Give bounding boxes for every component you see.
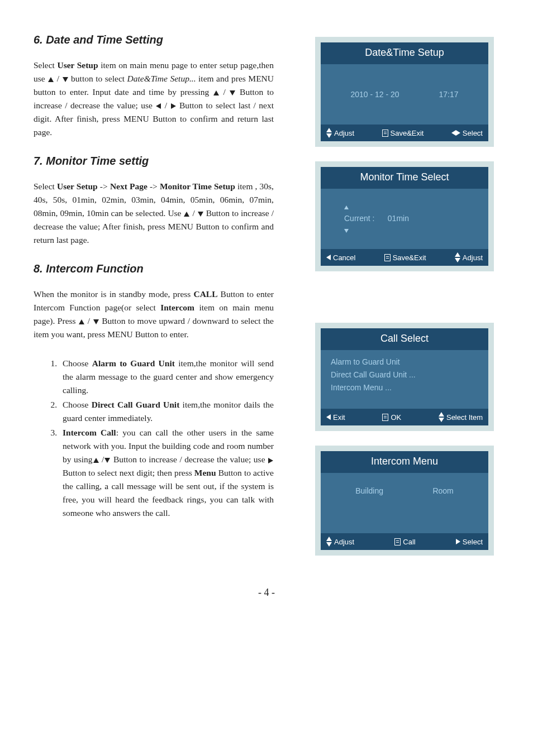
down-arrow-icon	[230, 90, 235, 95]
heading-7: 7. Monitor Time settig	[34, 155, 274, 168]
col-building: Building	[355, 485, 383, 521]
left-arrow-icon	[326, 414, 331, 420]
footer-cancel: Cancel	[326, 253, 355, 262]
updown-icon	[439, 412, 444, 422]
footer-label: Adjust	[334, 538, 354, 546]
term-monitor-time-setup: Monitor Time Setup	[160, 181, 235, 191]
left-arrow-icon	[156, 103, 161, 109]
text: Choose	[63, 400, 92, 409]
footer-adjust: Adjust	[455, 252, 483, 262]
screen-content: Building Room	[321, 473, 488, 533]
text: Choose	[63, 358, 92, 368]
down-arrow-icon	[198, 212, 203, 217]
updown-icon	[326, 128, 332, 138]
time-value: 17:17	[439, 89, 459, 101]
text: When the monitor is in standby mode, pre…	[34, 289, 193, 299]
doc-icon	[382, 130, 388, 137]
panel-intercom-menu: Intercom Menu Building Room Adjust Call	[315, 446, 494, 556]
doc-icon	[394, 538, 401, 546]
term-intercom: Intercom	[160, 303, 194, 312]
term-user-setup: User Setup	[57, 181, 98, 191]
updown-icon	[455, 252, 460, 262]
text: Button to increase / decrease the value;…	[111, 454, 268, 464]
footer-call: Call	[394, 538, 415, 546]
screen-footer: Exit OK Select Item	[321, 409, 488, 425]
right-arrow-icon	[268, 458, 273, 463]
footer-label: Call	[403, 538, 415, 546]
term-menu: Menu	[194, 468, 216, 477]
footer-adjust: Adjust	[326, 537, 354, 547]
up-arrow-icon	[344, 205, 349, 209]
screen-content: Alarm to Guard Unit Direct Call Guard Un…	[321, 350, 488, 409]
footer-ok: OK	[382, 413, 401, 422]
footer-save: Save&Exit	[384, 253, 426, 262]
doc-icon	[382, 414, 388, 421]
screen-title: Date&Time Setup	[321, 42, 488, 64]
footer-select: Select Item	[439, 412, 483, 422]
term-user-setup: User Setup	[57, 60, 98, 70]
leftright-icon	[451, 129, 460, 137]
footer-label: Cancel	[333, 253, 355, 262]
term-intercom-call: Intercom Call	[63, 428, 116, 437]
footer-save: Save&Exit	[382, 129, 424, 137]
up-arrow-icon	[48, 77, 54, 82]
date-value: 2010 - 12 - 20	[350, 89, 399, 101]
footer-select: Select	[451, 129, 483, 137]
panel-call-select: Call Select Alarm to Guard Unit Direct C…	[315, 323, 494, 431]
up-arrow-icon	[93, 458, 99, 463]
text: button to select	[69, 74, 127, 83]
footer-adjust: Adjust	[326, 128, 354, 138]
screen-footer: Adjust Save&Exit Select	[321, 125, 488, 141]
right-arrow-icon	[171, 103, 176, 109]
footer-label: Select	[463, 538, 483, 546]
list-item: Alarm to Guard Unit	[331, 356, 478, 369]
panel-date-time: Date&Time Setup 2010 - 12 - 20 17:17 Adj…	[315, 37, 494, 147]
screen-title: Intercom Menu	[321, 451, 488, 473]
current-value: 01min	[388, 214, 409, 223]
text: Select	[34, 181, 57, 191]
term-direct-call-guard: Direct Call Guard Unit	[92, 400, 180, 409]
footer-label: OK	[391, 413, 401, 422]
footer-label: Adjust	[334, 129, 354, 137]
text: /	[161, 101, 170, 110]
footer-label: Adjust	[463, 253, 483, 262]
footer-label: Exit	[333, 413, 345, 422]
footer-label: Select	[463, 129, 483, 137]
text: /	[220, 87, 230, 97]
screen-content: 2010 - 12 - 20 17:17	[321, 64, 488, 125]
footer-exit: Exit	[326, 413, 345, 422]
list-item: Intercom Call: you can call the other us…	[59, 426, 274, 520]
body-7: Select User Setup -> Next Page -> Monito…	[34, 180, 274, 247]
text: Select	[34, 60, 57, 70]
text: ->	[98, 181, 110, 191]
up-arrow-icon	[213, 90, 219, 95]
footer-label: Save&Exit	[391, 129, 424, 137]
list-item: Intercom Menu ...	[331, 381, 478, 394]
body-8-list: Choose Alarm to Guard Unit item,the moni…	[34, 357, 274, 520]
updown-icon	[326, 537, 332, 547]
text: /	[85, 316, 92, 326]
current-label: Current :	[344, 214, 374, 223]
text: /	[190, 208, 197, 218]
col-room: Room	[432, 485, 453, 521]
screen-footer: Adjust Call Select	[321, 533, 488, 550]
term-call: CALL	[193, 289, 217, 299]
down-arrow-icon	[93, 319, 99, 324]
down-arrow-icon	[344, 229, 349, 233]
text: /	[99, 454, 104, 464]
down-arrow-icon	[104, 458, 110, 463]
right-arrow-icon	[456, 539, 460, 544]
panel-monitor-time: Monitor Time Select Current : 01min Canc…	[315, 161, 494, 271]
term-next-page: Next Page	[110, 181, 147, 191]
down-arrow-icon	[63, 77, 68, 82]
term-date-time-setup: Date&Time Setup...	[127, 74, 196, 83]
screen-title: Call Select	[321, 328, 488, 350]
text: /	[54, 74, 61, 83]
footer-select: Select	[456, 538, 483, 546]
text: Button to select next digit; then press	[63, 468, 194, 477]
text: ->	[147, 181, 160, 191]
list-item: Direct Call Guard Unit ...	[331, 369, 478, 381]
up-arrow-icon	[184, 212, 189, 217]
heading-8: 8. Intercom Function	[34, 262, 274, 275]
list-item: Choose Direct Call Guard Unit item,the m…	[59, 398, 274, 425]
